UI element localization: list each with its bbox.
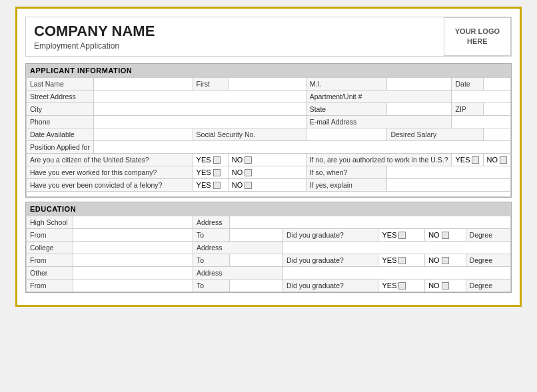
ssn-input[interactable] [306, 128, 387, 141]
table-row: Street Address Apartment/Unit # [27, 91, 511, 103]
citizen-no[interactable]: NO [228, 154, 306, 166]
if-so-when-label: If so, when? [306, 166, 387, 179]
citizen-yes[interactable]: YES [193, 154, 228, 166]
table-row: Phone E-mail Address [27, 116, 511, 128]
college-input[interactable] [73, 242, 193, 254]
other-grad-no[interactable]: NO [425, 280, 466, 292]
yes-checkbox[interactable] [213, 156, 221, 164]
phone-label: Phone [27, 116, 94, 128]
conv-yes-checkbox[interactable] [213, 182, 221, 189]
conv-no-checkbox[interactable] [245, 182, 252, 189]
header-left: COMPANY NAME Employment Application [26, 17, 444, 56]
col-no-label: NO [428, 256, 440, 264]
auth-yes-checkbox[interactable] [472, 156, 479, 164]
col-grad-no[interactable]: NO [425, 254, 466, 267]
worked-yes-label: YES [197, 168, 211, 176]
mi-input[interactable] [387, 78, 452, 91]
page: COMPANY NAME Employment Application YOUR… [15, 7, 522, 307]
convicted-no[interactable]: NO [228, 179, 306, 192]
last-name-input[interactable] [93, 78, 193, 91]
state-label: State [306, 103, 387, 116]
hs-grad-no[interactable]: NO [425, 229, 466, 242]
hs-address-input[interactable] [230, 216, 511, 229]
other-input[interactable] [73, 267, 193, 280]
applicant-section-header: APPLICANT INFORMATION [26, 64, 511, 77]
position-input[interactable] [93, 141, 510, 154]
other-no-checkbox[interactable] [442, 282, 449, 290]
authorized-no[interactable]: NO [483, 154, 511, 166]
table-row: Have you ever been convicted of a felony… [27, 179, 511, 192]
worked-yes[interactable]: YES [193, 166, 228, 179]
other-from-input[interactable] [73, 280, 193, 292]
worked-yes-checkbox[interactable] [213, 169, 221, 176]
other-no-label: NO [428, 282, 440, 290]
hs-yes-checkbox[interactable] [398, 232, 406, 239]
city-input[interactable] [93, 103, 306, 116]
street-input[interactable] [93, 91, 306, 103]
col-to-label: To [193, 254, 230, 267]
table-row: High School Address [27, 216, 511, 229]
no-checkbox[interactable] [245, 156, 252, 164]
hs-grad-yes[interactable]: YES [378, 229, 425, 242]
conv-yes-label: YES [197, 181, 211, 189]
college-address-label: Address [193, 242, 283, 254]
last-name-label: Last Name [27, 78, 94, 91]
table-row: Date Available Social Security No. Desir… [27, 128, 511, 141]
other-label: Other [27, 267, 73, 280]
applicant-section: APPLICANT INFORMATION Last Name First M.… [25, 63, 512, 198]
other-grad-label: Did you graduate? [283, 280, 378, 292]
worked-question: Have you ever worked for this company? [27, 166, 193, 179]
state-input[interactable] [387, 103, 452, 116]
email-input[interactable] [452, 116, 511, 128]
no-label: NO [232, 156, 243, 164]
conv-no-label: NO [232, 181, 243, 189]
other-grad-yes[interactable]: YES [378, 280, 425, 292]
date-available-input[interactable] [93, 128, 193, 141]
col-degree-label: Degree [466, 254, 510, 267]
col-grad-label: Did you graduate? [283, 254, 378, 267]
col-to-input[interactable] [230, 254, 283, 267]
logo-placeholder: YOUR LOGO HERE [444, 17, 511, 56]
worked-no-label: NO [232, 168, 243, 176]
other-from-label: From [27, 280, 73, 292]
college-address-input[interactable] [283, 242, 511, 254]
other-address-input[interactable] [283, 267, 511, 280]
hs-from-input[interactable] [73, 229, 193, 242]
authorized-question: If no, are you authorized to work in the… [306, 154, 452, 166]
zip-input[interactable] [483, 103, 511, 116]
auth-no-checkbox[interactable] [500, 156, 507, 164]
col-no-checkbox[interactable] [442, 257, 449, 264]
high-school-input[interactable] [73, 216, 193, 229]
table-row: Have you ever worked for this company? Y… [27, 166, 511, 179]
col-grad-yes[interactable]: YES [378, 254, 425, 267]
other-degree-label: Degree [466, 280, 510, 292]
education-table: High School Address From To Did you grad… [26, 216, 511, 292]
if-so-when-input[interactable] [387, 166, 511, 179]
hs-to-label: To [193, 229, 230, 242]
desired-salary-input[interactable] [483, 128, 511, 141]
authorized-yes[interactable]: YES [452, 154, 483, 166]
col-from-input[interactable] [73, 254, 193, 267]
company-name: COMPANY NAME [34, 23, 436, 40]
other-yes-label: YES [382, 282, 396, 290]
other-yes-checkbox[interactable] [398, 282, 406, 290]
first-input[interactable] [228, 78, 306, 91]
apartment-input[interactable] [452, 91, 511, 103]
hs-address-label: Address [193, 216, 230, 229]
other-to-input[interactable] [230, 280, 283, 292]
phone-input[interactable] [93, 116, 306, 128]
worked-no-checkbox[interactable] [245, 169, 252, 176]
worked-no[interactable]: NO [228, 166, 306, 179]
city-label: City [27, 103, 94, 116]
hs-to-input[interactable] [230, 229, 283, 242]
if-yes-explain-input[interactable] [387, 179, 511, 192]
convicted-yes[interactable]: YES [193, 179, 228, 192]
col-yes-checkbox[interactable] [398, 257, 406, 264]
date-input[interactable] [483, 78, 511, 91]
hs-no-checkbox[interactable] [442, 232, 449, 239]
other-address-label: Address [193, 267, 283, 280]
applicant-table: Last Name First M.I. Date Street Address… [26, 77, 511, 197]
col-from-label: From [27, 254, 73, 267]
convicted-question: Have you ever been convicted of a felony… [27, 179, 193, 192]
date-label: Date [452, 78, 483, 91]
